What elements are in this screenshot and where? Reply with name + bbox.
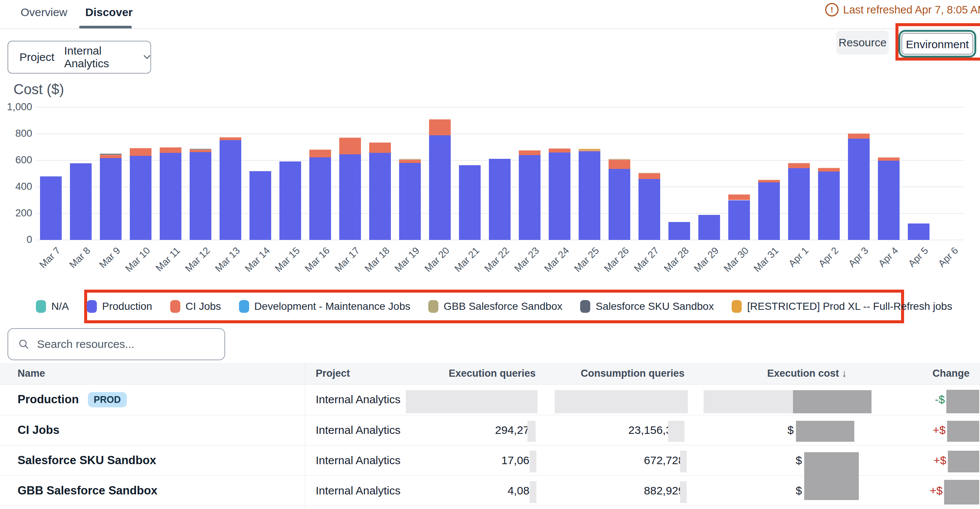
bar-segment-CI-Jobs-Mar-12[interactable] [189,149,212,152]
bar-segment-Production-Mar-22[interactable] [489,159,511,240]
bar-segment-CI-Jobs-Mar-31[interactable] [758,180,780,182]
bar-segment-Salesforce-SKU-Sandbox-Mar-9[interactable] [100,154,122,155]
bar-segment-Production-Mar-17[interactable] [339,154,361,240]
bar-segment-CI-Jobs-Mar-24[interactable] [549,148,570,152]
bar-segment-CI-Jobs-Mar-27[interactable] [638,173,660,179]
gridline-1000 [36,107,964,108]
bar-segment-Production-Mar-26[interactable] [609,169,630,240]
bar-segment-Salesforce-SKU-Sandbox-Mar-12[interactable] [189,149,212,149]
bar-segment-GBB-Salesforce-Sandbox-Mar-26[interactable] [609,159,630,159]
bar-segment-CI-Jobs-Mar-26[interactable] [609,160,630,169]
bar-segment-GBB-Salesforce-Sandbox-Mar-27[interactable] [638,173,660,173]
redaction-box-cost-shared [804,452,859,500]
execution-cost-prefix: $ [779,415,794,445]
column-header-execution-queries[interactable]: Execution queries [423,363,536,384]
project-filter-value: Internal Analytics [64,44,134,70]
bar-segment-Production-Mar-16[interactable] [309,157,331,240]
column-header-project[interactable]: Project [316,363,350,384]
bar-segment-CI-Jobs-Mar-20[interactable] [429,119,451,135]
execution-cost-prefix: $ [787,445,802,476]
bar-segment-Production-Mar-25[interactable] [579,151,600,240]
bar-segment-CI-Jobs-Mar-18[interactable] [369,143,391,152]
tab-discover[interactable]: Discover [85,6,133,19]
y-axis-tick-label: 1,000 [5,101,32,113]
bar-segment--RESTRICTED-Prod-XL-Full-Refresh-jobs-Mar-25[interactable] [579,149,600,150]
project-cell: Internal Analytics [316,476,401,506]
bar-segment-Production-Apr-3[interactable] [848,139,870,240]
bar-segment-Production-Mar-18[interactable] [369,153,391,240]
bar-segment-Production-Mar-27[interactable] [638,179,660,240]
column-header-name[interactable]: Name [18,363,45,384]
bar-segment-Production-Mar-31[interactable] [758,182,780,240]
bar-segment-CI-Jobs-Apr-4[interactable] [878,157,900,161]
column-header-execution-cost[interactable]: Execution cost ↓ [767,363,847,384]
bar-segment-Production-Mar-12[interactable] [189,152,212,240]
bar-segment-CI-Jobs-Apr-1[interactable] [788,163,810,168]
column-header-consumption-queries[interactable]: Consumption queries [565,363,684,384]
legend-swatch [580,300,590,313]
bar-segment-Production-Mar-29[interactable] [698,215,720,240]
project-filter-dropdown[interactable]: Project Internal Analytics [8,41,151,74]
change-prefix: +$ [926,415,946,445]
bar-segment-CI-Jobs-Mar-23[interactable] [519,150,541,155]
legend-item-Development-Maintenance-Jobs[interactable]: Development - Maintenance Jobs [239,300,410,313]
legend-item-GBB-Salesforce-Sandbox[interactable]: GBB Salesforce Sandbox [428,300,563,313]
legend-item-Production[interactable]: Production [87,300,152,313]
bar-segment-CI-Jobs-Mar-30[interactable] [728,194,750,200]
legend-label: [RESTRICTED] Prod XL -- Full-Refresh job… [747,300,952,312]
bar-segment-Production-Mar-11[interactable] [160,153,181,240]
bar-segment-Production-Apr-2[interactable] [818,171,840,240]
bar-segment-Production-Mar-24[interactable] [549,152,570,240]
chart-title: Cost ($) [13,81,64,98]
legend-item--RESTRICTED-Prod-XL-Full-Refresh-jobs[interactable]: [RESTRICTED] Prod XL -- Full-Refresh job… [732,300,952,313]
bar-segment-Production-Apr-4[interactable] [878,161,900,240]
y-axis-tick-label: 600 [5,154,32,166]
bar-segment-CI-Jobs-Mar-11[interactable] [160,147,181,153]
bar-segment-Production-Mar-8[interactable] [70,163,92,240]
bar-segment-Production-Mar-19[interactable] [399,163,421,240]
bar-segment-Production-Apr-5[interactable] [908,224,929,240]
bar-segment-CI-Jobs-Mar-17[interactable] [339,138,361,154]
legend-item-CI-Jobs[interactable]: CI Jobs [170,300,221,313]
bar-segment-Production-Mar-13[interactable] [220,140,241,240]
bar-segment-Production-Mar-14[interactable] [250,171,271,240]
bar-segment-GBB-Salesforce-Sandbox-Mar-19[interactable] [399,159,421,159]
column-header-change[interactable]: Change [932,363,969,384]
bar-segment-Production-Apr-1[interactable] [788,168,810,240]
bar-segment-Production-Mar-10[interactable] [130,156,151,240]
legend-label: N/A [51,300,69,312]
bar-segment-Production-Mar-9[interactable] [100,158,122,240]
bar-segment-CI-Jobs-Mar-13[interactable] [220,137,241,140]
bar-segment-Production-Mar-15[interactable] [279,162,301,240]
resource-name-text: Salesforce SKU Sandbox [18,454,156,467]
legend-item-Salesforce-SKU-Sandbox[interactable]: Salesforce SKU Sandbox [580,300,714,313]
change-prefix: -$ [925,384,945,415]
bar-segment-CI-Jobs-Mar-16[interactable] [309,149,331,157]
bar-segment-CI-Jobs-Mar-9[interactable] [100,155,122,158]
row-divider [0,506,980,506]
legend-item-N-A[interactable]: N/A [36,300,69,313]
redaction-box-cost [796,421,854,442]
bar-segment-Salesforce-SKU-Sandbox-Mar-25[interactable] [579,150,600,151]
bar-segment-CI-Jobs-Apr-2[interactable] [818,168,840,171]
bar-segment-CI-Jobs-Apr-3[interactable] [848,133,870,139]
environment-toggle-button[interactable]: Environment [902,33,973,55]
bar-segment-CI-Jobs-Mar-10[interactable] [130,148,151,156]
resource-name-text: GBB Salesforce Sandbox [18,484,158,498]
tab-overview[interactable]: Overview [21,6,67,19]
bar-segment-Production-Mar-20[interactable] [429,135,451,240]
bar-segment-CI-Jobs-Mar-19[interactable] [399,160,421,163]
bar-segment-Production-Mar-30[interactable] [728,200,750,240]
search-input[interactable] [36,338,215,351]
bar-segment-Production-Mar-7[interactable] [40,176,62,240]
redaction-box-change [947,390,979,413]
resource-name-text: Production [18,393,79,406]
resource-toggle-button[interactable]: Resource [836,31,889,55]
bar-segment-Production-Mar-21[interactable] [459,165,480,240]
bar-segment-Production-Mar-23[interactable] [519,155,541,240]
highlight-box [530,481,536,503]
consumption-queries-cell: 672,728 [565,445,684,476]
search-icon [19,339,29,350]
bar-segment-Production-Mar-28[interactable] [668,222,690,240]
bar-segment-CI-Jobs-Mar-25[interactable] [579,151,600,151]
